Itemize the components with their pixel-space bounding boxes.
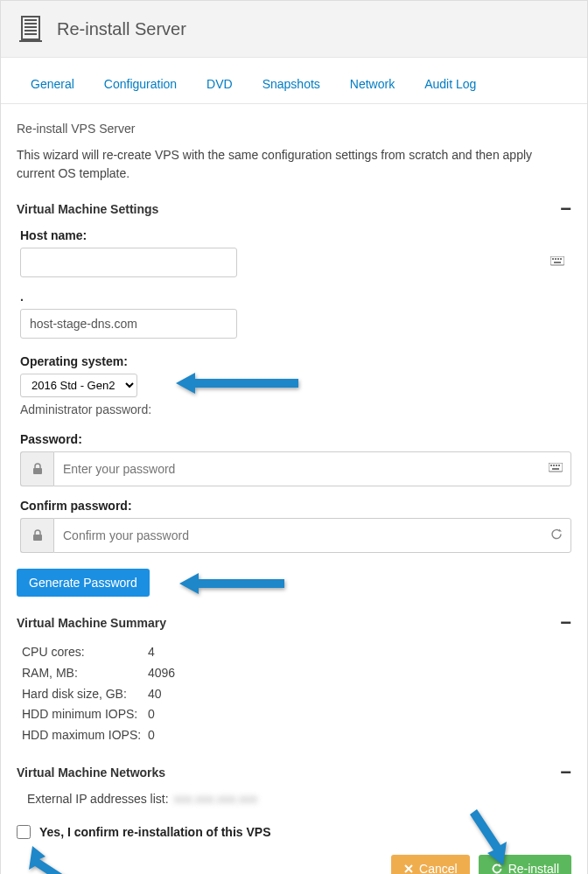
svg-rect-17 — [553, 465, 555, 466]
vm-summary-table: CPU cores:4 RAM, MB:4096 Hard disk size,… — [22, 642, 571, 746]
svg-rect-12 — [554, 262, 561, 263]
svg-marker-23 — [179, 573, 284, 594]
lock-icon — [20, 451, 53, 486]
confirm-password-input[interactable] — [53, 518, 571, 553]
tabs-bar: General Configuration DVD Snapshots Netw… — [1, 58, 587, 104]
server-icon — [17, 15, 45, 43]
svg-marker-25 — [499, 864, 502, 867]
svg-rect-8 — [552, 258, 554, 260]
confirm-checkbox[interactable] — [17, 825, 31, 839]
password-input[interactable] — [53, 451, 571, 486]
svg-marker-13 — [176, 373, 298, 394]
vm-summary-heading: Virtual Machine Summary − — [17, 616, 571, 630]
reinstall-button[interactable]: Re-install — [479, 855, 571, 874]
svg-rect-20 — [552, 468, 559, 470]
collapse-icon[interactable]: − — [560, 205, 571, 213]
table-row: RAM, MB:4096 — [22, 663, 571, 684]
svg-rect-11 — [560, 258, 562, 260]
table-row: HDD minimum IOPS:0 — [22, 704, 571, 725]
collapse-icon[interactable]: − — [560, 768, 571, 777]
vm-settings-heading: Virtual Machine Settings − — [17, 202, 571, 216]
svg-rect-21 — [33, 535, 42, 541]
tab-general[interactable]: General — [31, 77, 74, 91]
page-title: Re-install Server — [57, 19, 186, 39]
ext-ip-label: External IP addresses list: — [27, 792, 169, 806]
refresh-icon — [491, 863, 503, 874]
page-header: Re-install Server — [1, 1, 587, 58]
cancel-button[interactable]: Cancel — [391, 855, 470, 874]
hostname-label: Host name: — [20, 228, 571, 242]
svg-rect-7 — [550, 256, 564, 265]
collapse-icon[interactable]: − — [560, 619, 571, 627]
table-row: HDD maximum IOPS:0 — [22, 725, 571, 746]
svg-rect-15 — [549, 463, 563, 472]
reinstall-button-label: Re-install — [508, 862, 559, 874]
admin-password-note: Administrator password: — [20, 402, 571, 416]
vm-summary-heading-label: Virtual Machine Summary — [17, 616, 166, 630]
tab-audit-log[interactable]: Audit Log — [424, 77, 476, 91]
hostname-input[interactable] — [20, 248, 237, 277]
svg-rect-16 — [550, 465, 552, 466]
os-label: Operating system: — [20, 354, 571, 368]
keyboard-icon — [550, 255, 564, 269]
tab-network[interactable]: Network — [350, 77, 395, 91]
svg-rect-14 — [33, 468, 42, 474]
svg-marker-22 — [559, 529, 562, 532]
confirm-password-label: Confirm password: — [20, 499, 571, 513]
close-icon — [403, 864, 414, 874]
tab-configuration[interactable]: Configuration — [104, 77, 177, 91]
tab-snapshots[interactable]: Snapshots — [262, 77, 320, 91]
svg-rect-18 — [556, 465, 557, 466]
os-select[interactable]: 2016 Std - Gen2 — [20, 374, 137, 397]
password-label: Password: — [20, 432, 571, 446]
keyboard-icon — [549, 462, 563, 476]
lock-icon — [20, 518, 53, 553]
confirm-label: Yes, I confirm re-installation of this V… — [39, 825, 271, 839]
svg-rect-19 — [558, 465, 560, 466]
description: This wizard will re-create VPS with the … — [17, 146, 571, 183]
tab-dvd[interactable]: DVD — [206, 77, 233, 91]
vm-networks-heading-label: Virtual Machine Networks — [17, 766, 165, 780]
dns-suffix-input[interactable] — [20, 309, 237, 339]
cancel-button-label: Cancel — [419, 862, 458, 874]
dns-dot-label: . — [20, 290, 571, 304]
refresh-icon — [550, 528, 563, 543]
table-row: CPU cores:4 — [22, 642, 571, 663]
svg-rect-10 — [557, 258, 559, 260]
vm-settings-heading-label: Virtual Machine Settings — [17, 202, 158, 216]
ext-ip-value: xxx.xxx.xxx.xxx — [174, 792, 258, 806]
table-row: Hard disk size, GB:40 — [22, 684, 571, 705]
svg-rect-9 — [555, 258, 556, 260]
generate-password-button[interactable]: Generate Password — [17, 569, 150, 597]
subtitle: Re-install VPS Server — [17, 122, 571, 136]
vm-networks-heading: Virtual Machine Networks − — [17, 766, 571, 780]
